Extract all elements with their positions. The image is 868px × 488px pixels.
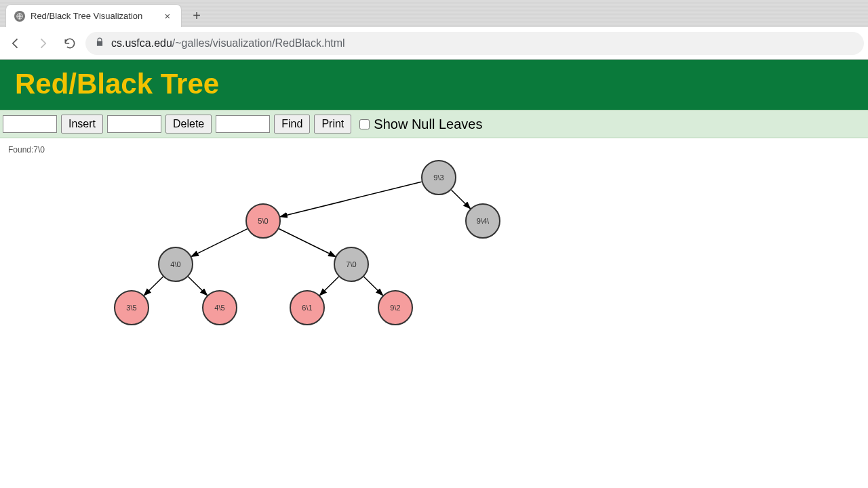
tree-node: 3\5 <box>114 290 149 325</box>
close-icon[interactable]: × <box>162 11 173 22</box>
controls-bar: Insert Delete Find Print Show Null Leave… <box>0 110 868 138</box>
globe-icon <box>14 11 25 22</box>
tree-node: 7\0 <box>334 247 369 282</box>
forward-button[interactable] <box>31 32 54 55</box>
tree-node: 5\0 <box>245 203 281 239</box>
svg-line-6 <box>189 277 208 296</box>
reload-button[interactable] <box>58 32 81 55</box>
url-field[interactable]: cs.usfca.edu/~galles/visualization/RedBl… <box>85 32 864 55</box>
show-null-leaves-toggle[interactable]: Show Null Leaves <box>359 117 482 132</box>
url-text: cs.usfca.edu/~galles/visualization/RedBl… <box>111 37 345 49</box>
svg-line-4 <box>279 228 335 256</box>
browser-tab[interactable]: Red/Black Tree Visualization × <box>5 4 182 27</box>
tree-node: 6\1 <box>290 290 325 325</box>
show-null-leaves-label: Show Null Leaves <box>374 117 482 132</box>
tree-node: 4\5 <box>202 290 237 325</box>
tree-node: 9\2 <box>378 290 413 325</box>
svg-line-2 <box>452 190 471 209</box>
delete-button[interactable]: Delete <box>165 115 212 134</box>
svg-line-1 <box>280 182 422 217</box>
tab-title: Red/Black Tree Visualization <box>31 11 157 21</box>
svg-line-3 <box>191 229 247 257</box>
tree-node: 4\0 <box>158 247 193 282</box>
show-null-leaves-checkbox[interactable] <box>359 119 370 129</box>
tab-bar: Red/Black Tree Visualization × + <box>0 0 868 27</box>
find-button[interactable]: Find <box>274 115 310 134</box>
page-title: Red/Black Tree <box>15 68 853 100</box>
visualization-canvas: Found:7\0 9\35\09\4\4\07\03\54\56\19\2 <box>0 138 868 488</box>
insert-button[interactable]: Insert <box>61 115 103 134</box>
lock-icon <box>95 37 104 49</box>
svg-line-7 <box>320 277 339 296</box>
page-banner: Red/Black Tree <box>0 60 868 110</box>
browser-chrome: Red/Black Tree Visualization × + cs.usfc… <box>0 0 868 60</box>
print-button[interactable]: Print <box>314 115 351 134</box>
insert-input[interactable] <box>3 115 57 133</box>
address-bar: cs.usfca.edu/~galles/visualization/RedBl… <box>0 27 868 60</box>
new-tab-button[interactable]: + <box>187 6 206 25</box>
tree-node: 9\3 <box>421 160 456 195</box>
tree-node: 9\4\ <box>465 203 500 239</box>
svg-line-5 <box>144 277 163 296</box>
svg-line-8 <box>364 277 383 296</box>
back-button[interactable] <box>4 32 27 55</box>
find-input[interactable] <box>216 115 270 133</box>
delete-input[interactable] <box>107 115 161 133</box>
